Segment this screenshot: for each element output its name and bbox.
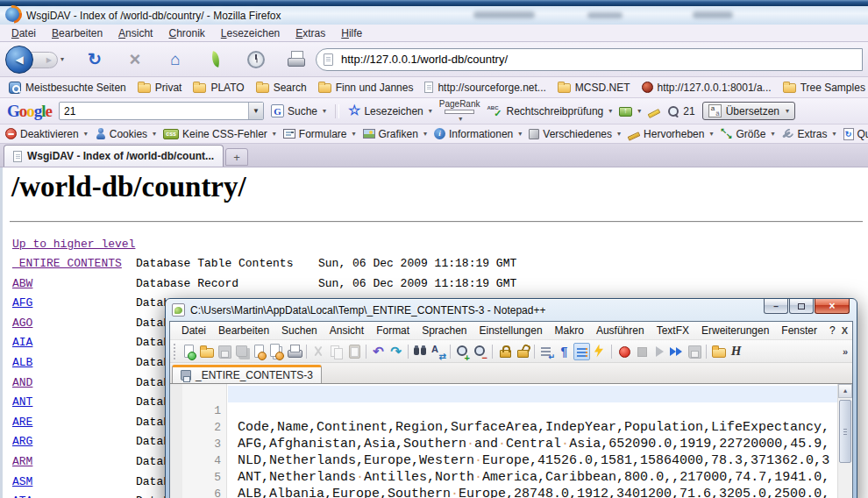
bookmark-item[interactable]: http://sourceforge.net... [421,82,549,94]
entry-link[interactable]: ARM [12,452,32,473]
entry-link[interactable]: ANT [12,393,32,413]
devbar-item[interactable]: Cookies [95,128,156,140]
stop-icon[interactable] [125,49,146,70]
highlighter-button[interactable] [648,106,660,116]
menu-item[interactable]: Bearbeiten [44,25,110,41]
save-icon[interactable] [216,343,232,360]
close-document-button[interactable]: X [842,325,850,336]
editor-scrollbar[interactable]: ▲ [837,384,852,498]
entry-link[interactable]: AGO [12,314,32,334]
play-icon[interactable] [651,343,667,360]
leaf-icon[interactable] [205,49,226,70]
home-icon[interactable] [165,49,186,70]
bookmark-item[interactable]: Privat [134,82,186,94]
devbar-item[interactable]: Verschiedenes [529,128,621,140]
menu-item[interactable]: Erweiterungen [695,324,775,337]
notepad-titlebar[interactable]: C:\Users\Martin\AppData\Local\Temp\_ENTI… [169,299,853,321]
entry-link[interactable]: ABW [12,274,32,295]
closeall-icon[interactable] [268,343,285,360]
menu-item[interactable]: Hilfe [333,25,370,41]
menu-item[interactable]: Ansicht [324,324,370,337]
menu-item[interactable]: ? [823,324,842,337]
minimize-button[interactable]: – [764,299,788,314]
menu-item[interactable]: Suchen [275,324,324,337]
hletter-icon[interactable] [728,343,744,360]
playmulti-icon[interactable] [668,343,685,360]
google-bookmarks-button[interactable]: Lesezeichen [348,104,432,117]
spellcheck-button[interactable]: Rechtschreibprüfung [487,104,613,117]
devbar-item[interactable]: Hervorheben [628,128,713,140]
stopmacro-icon[interactable] [633,343,650,360]
url-input[interactable] [339,52,862,67]
entry-link[interactable]: ASM [12,473,32,493]
bookmark-item[interactable]: PLATO [189,82,247,94]
close-button[interactable]: × [815,299,850,314]
redo-icon[interactable] [388,343,404,360]
entry-link[interactable]: AND [12,374,32,394]
devbar-item[interactable]: Deaktivieren [5,128,88,140]
saveall-icon[interactable] [233,343,250,360]
devbar-item[interactable]: Formulare [283,128,356,140]
menu-item[interactable]: Ansicht [110,25,160,41]
active-tab[interactable]: WsgiDAV - Index of /world-db/count... [4,145,224,167]
devbar-item[interactable]: Keine CSS-Fehler [163,128,276,140]
zoomin-icon[interactable] [454,343,471,360]
docfolder-icon[interactable] [710,343,727,360]
menu-item[interactable]: Sprachen [416,324,473,337]
reload-icon[interactable] [84,49,105,70]
text-editor[interactable]: 1 Code,Name,Continent,Region,SurfaceArea… [170,383,852,498]
closefile-icon[interactable] [251,343,267,360]
devbar-item[interactable]: Extras [781,128,836,140]
toolbar-overflow-button[interactable]: » [843,346,848,357]
para-icon[interactable] [556,343,573,360]
menu-item[interactable]: Datei [175,324,212,337]
maximize-button[interactable] [789,299,814,314]
bookmark-item[interactable]: Finn und Jannes [315,82,417,94]
entry-link[interactable]: ARE [12,413,32,433]
back-button[interactable] [5,46,33,74]
google-search-input[interactable] [60,104,248,118]
open-icon[interactable] [198,343,215,360]
new-icon[interactable] [181,343,197,360]
bookmark-item[interactable]: MCSD.NET [554,82,634,94]
translate-button[interactable]: Übersetzen [702,102,795,120]
entry-link[interactable]: ARG [12,432,32,452]
word-find-button[interactable]: 21 [667,105,694,117]
history-dropdown-icon[interactable]: ▾ [60,55,64,63]
replace-icon[interactable] [430,343,446,360]
menu-item[interactable]: Lesezeichen [213,25,288,41]
menu-item[interactable]: Einstellungen [473,324,549,337]
print-icon[interactable] [286,49,307,70]
menu-item[interactable]: Bearbeiten [212,324,275,337]
undo-icon[interactable] [370,343,387,360]
menu-item[interactable]: Format [370,324,416,337]
bookmark-item[interactable]: http://127.0.0.1:8001/a... [638,82,775,94]
lock-icon[interactable] [496,343,513,360]
autofill-button[interactable] [619,105,641,117]
scroll-up-button[interactable]: ▲ [838,384,852,398]
menu-item[interactable]: Ausführen [590,324,651,337]
unlock-icon[interactable] [514,343,530,360]
bookmark-item[interactable]: Tree Samples [779,82,868,94]
cut-icon[interactable] [310,343,327,360]
pagerank-widget[interactable]: PageRank [439,100,480,123]
entry-link[interactable]: ALB [12,353,32,374]
entry-link[interactable]: AIA [12,333,32,353]
menu-item[interactable]: Chronik [160,25,212,41]
devbar-item[interactable]: Grafiken [363,128,427,140]
menu-item[interactable]: Extras [288,25,333,41]
up-to-higher-level-link[interactable]: Up to higher level [12,238,135,251]
wrap-icon[interactable] [538,343,555,360]
indent-icon[interactable] [591,343,608,360]
search-dropdown-icon[interactable]: ▼ [248,103,263,119]
google-search-button[interactable]: Suche [271,104,326,117]
copy-icon[interactable] [328,343,345,360]
showall-icon[interactable] [573,343,590,360]
devbar-item[interactable]: Größe [720,128,774,140]
bookmark-item[interactable]: Meistbesuchte Seiten [5,82,130,94]
paste-icon[interactable] [345,343,362,360]
menu-item[interactable]: Fenster [775,324,823,337]
menu-item[interactable]: Datei [4,25,44,41]
bookmark-item[interactable]: Search [253,82,310,94]
record-icon[interactable] [615,343,632,360]
